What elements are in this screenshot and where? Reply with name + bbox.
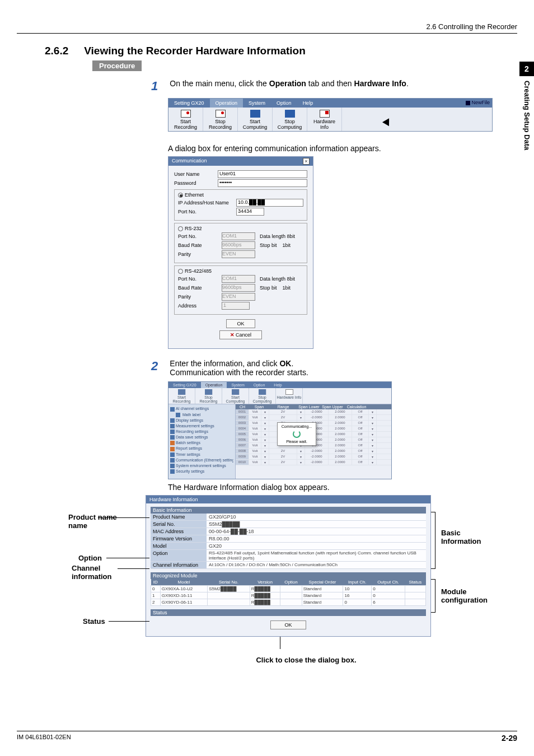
- start-computing-button[interactable]: Start Computing: [238, 108, 273, 131]
- username-input[interactable]: User01: [218, 170, 307, 178]
- module-header: Recognized Module: [151, 572, 426, 579]
- rs232-parity-select[interactable]: EVEN: [222, 250, 255, 258]
- module-col-header: ID: [151, 579, 161, 586]
- hardware-info-title: Hardware Information: [146, 496, 430, 503]
- tree-item[interactable]: AI channel settings: [170, 406, 233, 412]
- chapter-number-badge: 2: [519, 62, 534, 76]
- opwin-stop-rec[interactable]: Stop Recording: [195, 388, 222, 404]
- tree-item[interactable]: System environment settings: [170, 463, 233, 469]
- stop-recording-button[interactable]: Stop Recording: [203, 108, 238, 131]
- ethernet-radio[interactable]: Ethernet: [178, 192, 204, 198]
- module-col-header: Status: [405, 579, 425, 586]
- grid-hdr-ch: CH: [236, 404, 249, 409]
- tree-item[interactable]: Math label: [170, 412, 233, 418]
- opwin-menu-setting[interactable]: Setting GX20: [168, 382, 201, 388]
- rs232-baud-label: Baud Rate: [178, 242, 222, 248]
- tree-item[interactable]: Batch settings: [170, 440, 233, 446]
- module-col-header: Model: [160, 579, 207, 586]
- comm-ok-button[interactable]: OK: [226, 319, 255, 328]
- opwin-stop-comp[interactable]: Stop Computing: [249, 388, 276, 404]
- rs232-datalen-value: 8bit: [287, 234, 296, 239]
- module-col-header: Version: [250, 579, 280, 586]
- close-icon[interactable]: ×: [303, 158, 310, 165]
- module-cell: [208, 599, 250, 606]
- module-cell: R█████: [250, 599, 280, 606]
- rs422-port-select[interactable]: COM1: [222, 275, 255, 283]
- rs422-baud-select[interactable]: 9600bps: [222, 284, 255, 292]
- chapter-side-tab: 2 Creating Setup Data: [519, 62, 534, 150]
- basic-info-header: Basic Information: [151, 507, 426, 514]
- module-cell: [280, 599, 302, 606]
- tree-item[interactable]: Security settings: [170, 469, 233, 474]
- grid-row[interactable]: 0001Volt▾2V▾-2.00002.0000Off▾: [236, 409, 391, 415]
- hw-ok-button[interactable]: OK: [270, 620, 306, 629]
- footer-doc-id: IM 04L61B01-02EN: [17, 734, 71, 743]
- callout-module-config: Moduleconfiguration: [441, 587, 488, 604]
- hardware-info-dialog: Hardware Information Basic Information P…: [146, 495, 431, 637]
- menu-help[interactable]: Help: [297, 99, 319, 108]
- step-2-pre: Enter the information, and click: [170, 359, 279, 368]
- radio-off-icon: [178, 226, 183, 231]
- rs232-port-select[interactable]: COM1: [222, 232, 255, 240]
- step-2-post: .: [291, 359, 293, 368]
- start-recording-label: Start Recording: [174, 119, 197, 130]
- rs422-datalen-label: Data length: [260, 276, 285, 282]
- ip-input[interactable]: 10.0.██.██: [236, 199, 303, 207]
- opwin-hw-info[interactable]: Hardware Info: [276, 388, 303, 404]
- comm-cancel-button[interactable]: ✕Cancel: [219, 330, 262, 339]
- opwin-stop-rec-label: Stop Recording: [200, 395, 218, 403]
- serial-value: S5M2█████: [207, 521, 426, 528]
- grid-row[interactable]: 0009Volt▾2V▾-2.00002.0000Off▾: [236, 454, 391, 460]
- serial-label: Serial No.: [151, 521, 207, 528]
- grid-row[interactable]: 0002Volt▾2V▾-2.00002.0000Off▾: [236, 415, 391, 421]
- menu-setting[interactable]: Setting GX20: [168, 99, 210, 108]
- footer-page-number: 2-29: [502, 734, 517, 743]
- tree-item[interactable]: Data save settings: [170, 435, 233, 440]
- stop-computing-button[interactable]: Stop Computing: [273, 108, 307, 131]
- fw-value: R8.00.00: [207, 535, 426, 542]
- step-1-text: On the main menu, click the Operation ta…: [170, 79, 461, 88]
- rs422-parity-select[interactable]: EVEN: [222, 293, 255, 301]
- opwin-start-rec[interactable]: Start Recording: [168, 388, 195, 404]
- rs232-legend: RS-232: [185, 226, 202, 231]
- tree-item[interactable]: Report settings: [170, 446, 233, 451]
- port-input[interactable]: 34434: [236, 208, 264, 216]
- opwin-menu-help[interactable]: Help: [269, 382, 286, 388]
- rs232-baud-select[interactable]: 9600bps: [222, 241, 255, 249]
- menu-system[interactable]: System: [243, 99, 271, 108]
- rs422-address-input[interactable]: 1: [222, 302, 250, 310]
- start-recording-button[interactable]: Start Recording: [168, 108, 203, 131]
- step-1-post: .: [406, 79, 409, 88]
- opwin-menu-system[interactable]: System: [227, 382, 249, 388]
- please-wait-text: Please wait.: [279, 440, 314, 444]
- rs422-address-label: Address: [178, 303, 222, 309]
- opwin-start-comp-label: Start Computing: [226, 395, 245, 403]
- opwin-start-comp[interactable]: Start Computing: [222, 388, 249, 404]
- tree-item[interactable]: Recording settings: [170, 429, 233, 435]
- tree-item[interactable]: Display settings: [170, 418, 233, 423]
- click-to-close-caption: Click to close the dialog box.: [95, 656, 517, 664]
- opwin-menu-operation[interactable]: Operation: [201, 382, 227, 388]
- chapter-side-text: Creating Setup Data: [523, 81, 531, 150]
- step-2-number: 2: [151, 359, 168, 374]
- tree-item[interactable]: Communication (Ethernet) settings: [170, 458, 233, 463]
- grid-row[interactable]: 0008Volt▾2V▾-2.00002.0000Off▾: [236, 449, 391, 454]
- grid-row[interactable]: 0010Volt▾2V▾-2.00002.0000Off▾: [236, 460, 391, 465]
- menu-option[interactable]: Option: [271, 99, 297, 108]
- password-input[interactable]: •••••••: [218, 179, 307, 187]
- opwin-menu-option[interactable]: Option: [249, 382, 270, 388]
- menu-operation[interactable]: Operation: [210, 99, 243, 108]
- tree-item[interactable]: Measurement settings: [170, 423, 233, 429]
- rs422-datalen-value: 8bit: [287, 276, 296, 282]
- hardware-info-button[interactable]: Hardware Info: [307, 108, 342, 131]
- rs232-datalen-label: Data length: [260, 234, 285, 239]
- module-cell: GX90XA-10-U2: [160, 586, 207, 592]
- module-cell: 1: [151, 592, 161, 599]
- hardware-info-icon: [320, 110, 330, 118]
- header-rule: [17, 33, 517, 34]
- tree-item[interactable]: Timer settings: [170, 452, 233, 458]
- settings-tree[interactable]: AI channel settings Math label Display s…: [168, 404, 236, 479]
- rs232-radio[interactable]: RS-232: [178, 226, 202, 231]
- model-value: GX20: [207, 543, 426, 549]
- rs422-radio[interactable]: RS-422/485: [178, 268, 212, 274]
